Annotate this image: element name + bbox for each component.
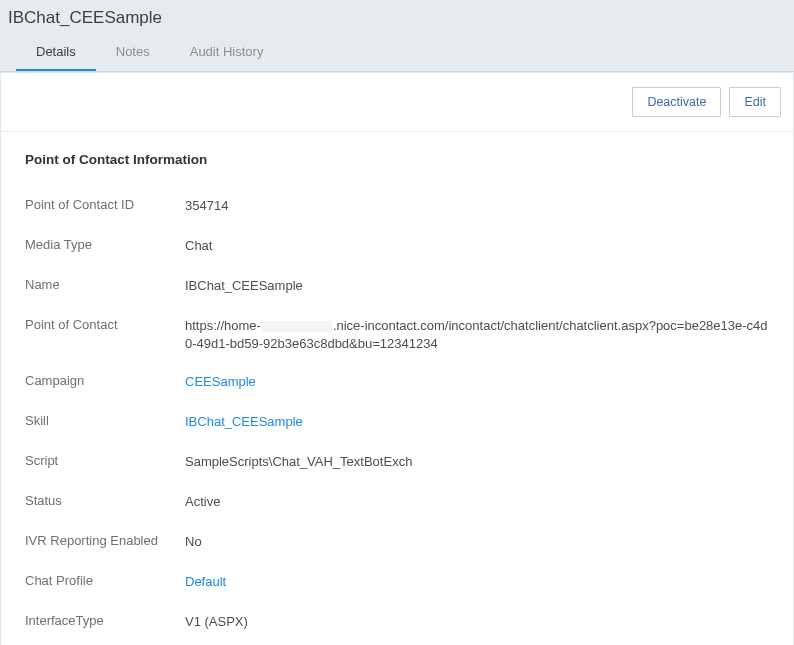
value-interface-type: V1 (ASPX) (185, 613, 769, 631)
value-ivr: No (185, 533, 769, 551)
label-ivr: IVR Reporting Enabled (25, 533, 185, 548)
tab-notes[interactable]: Notes (96, 34, 170, 71)
row-name: Name IBChat_CEESample (25, 267, 769, 307)
row-script: Script SampleScripts\Chat_VAH_TextBotExc… (25, 443, 769, 483)
tab-details[interactable]: Details (16, 34, 96, 71)
tab-audit-history[interactable]: Audit History (170, 34, 284, 71)
row-ivr: IVR Reporting Enabled No (25, 523, 769, 563)
poc-url-prefix: https://home- (185, 318, 261, 333)
value-script: SampleScripts\Chat_VAH_TextBotExch (185, 453, 769, 471)
tabs: Details Notes Audit History (4, 34, 790, 71)
row-interface-type: InterfaceType V1 (ASPX) (25, 603, 769, 643)
label-skill: Skill (25, 413, 185, 428)
label-chat-profile: Chat Profile (25, 573, 185, 588)
row-poc: Point of Contact https://home-.nice-inco… (25, 307, 769, 363)
value-status: Active (185, 493, 769, 511)
edit-button[interactable]: Edit (729, 87, 781, 117)
content: Deactivate Edit Point of Contact Informa… (0, 72, 794, 645)
label-interface-type: InterfaceType (25, 613, 185, 628)
row-status: Status Active (25, 483, 769, 523)
label-status: Status (25, 493, 185, 508)
row-skill: Skill IBChat_CEESample (25, 403, 769, 443)
deactivate-button[interactable]: Deactivate (632, 87, 721, 117)
value-poc: https://home-.nice-incontact.com/inconta… (185, 317, 769, 353)
value-poc-id: 354714 (185, 197, 769, 215)
value-campaign-link[interactable]: CEESample (185, 373, 769, 391)
toolbar: Deactivate Edit (1, 73, 793, 132)
row-campaign: Campaign CEESample (25, 363, 769, 403)
value-media-type: Chat (185, 237, 769, 255)
row-media-type: Media Type Chat (25, 227, 769, 267)
value-skill-link[interactable]: IBChat_CEESample (185, 413, 769, 431)
redacted-segment (262, 321, 332, 332)
label-name: Name (25, 277, 185, 292)
value-name: IBChat_CEESample (185, 277, 769, 295)
value-chat-profile-link[interactable]: Default (185, 573, 769, 591)
label-media-type: Media Type (25, 237, 185, 252)
label-script: Script (25, 453, 185, 468)
row-poc-id: Point of Contact ID 354714 (25, 187, 769, 227)
poc-section: Point of Contact Information Point of Co… (1, 132, 793, 645)
row-chat-profile: Chat Profile Default (25, 563, 769, 603)
label-poc-id: Point of Contact ID (25, 197, 185, 212)
page-title: IBChat_CEESample (4, 6, 790, 34)
label-poc: Point of Contact (25, 317, 185, 332)
label-campaign: Campaign (25, 373, 185, 388)
section-title: Point of Contact Information (25, 152, 769, 167)
header-bar: IBChat_CEESample Details Notes Audit His… (0, 0, 794, 72)
